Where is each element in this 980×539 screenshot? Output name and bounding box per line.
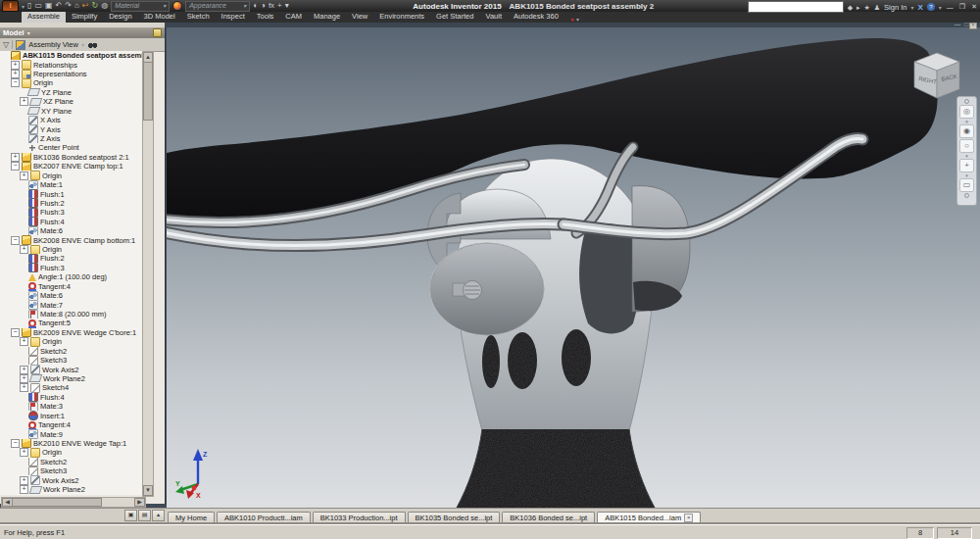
ribbon-tab-autodesk-360[interactable]: Autodesk 360 [508, 11, 564, 23]
collapse-minus-icon[interactable]: − [11, 236, 20, 245]
restore-button[interactable]: ❐ [958, 3, 966, 11]
tree-item[interactable]: +Origin [0, 245, 144, 254]
window-cascade-icon[interactable]: ▣ [124, 510, 137, 521]
appearance-dropdown[interactable]: Appearance▾ [185, 1, 250, 12]
send-icon[interactable]: ▸ [857, 3, 860, 12]
tree-item[interactable]: Z Axis [0, 134, 144, 143]
web-icon[interactable]: ◍ [101, 1, 108, 11]
update-icon[interactable]: ↻ [92, 1, 99, 11]
redo-icon[interactable]: ↷ [65, 1, 72, 11]
tree-item[interactable]: Flush:2 [0, 254, 144, 263]
tree-item[interactable]: Sketch2 [0, 458, 144, 466]
pan-icon-caret[interactable]: ▾ [965, 173, 968, 177]
tree-item[interactable]: +Origin [0, 448, 144, 457]
favorites-star-icon[interactable]: ★ [864, 3, 870, 12]
tree-item[interactable]: +Origin [0, 171, 144, 179]
tree-item[interactable]: Sketch3 [0, 466, 144, 475]
help-caret-icon[interactable]: ▾ [939, 4, 942, 11]
expand-plus-icon[interactable]: + [20, 374, 28, 383]
tree-item[interactable]: +Work Axis2 [0, 475, 144, 484]
tree-item[interactable]: +Origin [0, 337, 144, 346]
ribbon-tab-3d-model[interactable]: 3D Model [138, 11, 181, 23]
browser-title-caret-icon[interactable]: ▾ [27, 29, 30, 36]
browser-header[interactable]: Model ▾ [0, 27, 165, 38]
tree-item[interactable]: Flush:4 [0, 218, 144, 226]
doc-tab-bk1036-bonded-se-ipt[interactable]: BK1036 Bonded se...ipt [502, 512, 595, 523]
tree-item[interactable]: +Work Plane2 [0, 485, 144, 494]
ribbon-tab-design[interactable]: Design [103, 11, 137, 23]
tree-item[interactable]: Tangent:5 [0, 318, 144, 327]
doc-tab-bk1035-bonded-se-ipt[interactable]: BK1035 Bonded se...ipt [408, 512, 501, 523]
pin-icon[interactable] [153, 28, 162, 37]
tree-item[interactable]: YZ Plane [0, 88, 144, 97]
navigation-bar[interactable]: ◎▾◉○▾+▾▭ [956, 96, 977, 206]
open-icon[interactable]: ▭ [34, 1, 42, 11]
tree-item[interactable]: Sketch2 [0, 347, 144, 356]
expand-plus-icon[interactable]: + [20, 366, 28, 374]
tree-item[interactable]: Tangent:4 [0, 282, 144, 291]
overflow-caret-icon[interactable]: ▾ [285, 1, 289, 11]
tree-item[interactable]: Flush:1 [0, 189, 144, 198]
tree-item[interactable]: Y Axis [0, 124, 144, 133]
sign-in-button[interactable]: Sign In [884, 3, 906, 12]
tree-item[interactable]: ABK1015 Bonded seatpost assemb [0, 51, 144, 60]
tree-item[interactable]: Mate:6 [0, 291, 144, 300]
collapse-minus-icon[interactable]: − [11, 78, 20, 87]
expand-plus-icon[interactable]: + [11, 70, 20, 78]
assembly-view-label[interactable]: Assembly View [28, 40, 78, 49]
zoom-icon[interactable]: ○ [959, 139, 974, 153]
logo-caret-icon[interactable]: ▾ [22, 3, 24, 10]
help-search-input[interactable] [748, 1, 844, 13]
tree-item[interactable]: Mate:3 [0, 402, 144, 411]
tree-item[interactable]: Mate:7 [0, 300, 144, 309]
record-caret-icon[interactable]: ▾ [576, 16, 579, 23]
expand-plus-icon[interactable]: + [20, 448, 28, 457]
tree-item[interactable]: X Axis [0, 116, 144, 124]
tree-item[interactable]: Flush:2 [0, 199, 144, 208]
tree-item[interactable]: Flush:4 [0, 393, 144, 402]
ribbon-tab-get-started[interactable]: Get Started [430, 11, 479, 23]
tree-item[interactable]: +Relationships [0, 60, 144, 69]
3d-model-canvas[interactable] [167, 27, 980, 508]
person-icon[interactable]: ♟ [874, 3, 880, 12]
ribbon-tab-assemble[interactable]: Assemble [22, 11, 66, 23]
tree-item[interactable]: −BK2010 ENVE Wedge Tap:1 [0, 439, 144, 448]
search-binoculars-icon[interactable] [87, 41, 98, 49]
tree-item[interactable]: Tangent:4 [0, 420, 144, 429]
tree-item[interactable]: Center Point [0, 143, 144, 152]
expand-plus-icon[interactable]: + [20, 383, 28, 392]
tree-item[interactable]: −Origin [0, 78, 144, 87]
doc-tab-abk1015-bonded-iam[interactable]: ABK1015 Bonded...iam× [597, 512, 701, 523]
material-dropdown[interactable]: Material▾ [111, 1, 170, 12]
scroll-down-icon[interactable]: ▼ [143, 485, 153, 496]
ribbon-tab-vault[interactable]: Vault [479, 11, 508, 23]
tree-item[interactable]: −BK2008 ENVE Clamp bottom:1 [0, 235, 144, 244]
collapse-minus-icon[interactable]: − [11, 328, 20, 337]
expand-plus-icon[interactable]: + [20, 337, 28, 346]
tree-item[interactable]: Mate:6 [0, 226, 144, 235]
tree-item[interactable]: Mate:1 [0, 180, 144, 189]
tree-item[interactable]: +Sketch4 [0, 383, 144, 392]
zoom-icon-caret[interactable]: ▾ [965, 154, 968, 158]
browser-horizontal-scrollbar[interactable]: ◀ ▶ [1, 497, 146, 508]
expand-plus-icon[interactable]: + [11, 153, 20, 162]
ribbon-tab-cam[interactable]: CAM [279, 11, 308, 23]
look-at-icon[interactable]: ▭ [959, 178, 974, 192]
scroll-right-icon[interactable]: ▶ [134, 498, 145, 507]
sign-in-caret-icon[interactable]: ▾ [910, 4, 913, 11]
pan-icon[interactable]: + [959, 159, 974, 172]
expand-plus-icon[interactable]: + [20, 245, 28, 254]
tree-item[interactable]: XY Plane [0, 107, 144, 116]
tab-close-icon[interactable]: × [684, 514, 693, 522]
ribbon-tab-manage[interactable]: Manage [308, 11, 346, 23]
filter-icon[interactable]: ▽ [3, 40, 9, 50]
inventor-logo[interactable]: I [2, 0, 19, 12]
tree-item[interactable]: +XZ Plane [0, 97, 144, 106]
key-icon[interactable]: ◆ [848, 3, 853, 12]
doc-tab-abk1010-producti-iam[interactable]: ABK1010 Producti...iam [217, 512, 311, 523]
doc-tab-my-home[interactable]: My Home [168, 512, 215, 523]
expand-plus-icon[interactable]: + [20, 485, 28, 494]
orbit-icon[interactable]: ◉ [959, 124, 974, 138]
tree-item[interactable]: Angle:1 (100.00 deg) [0, 272, 144, 281]
home-icon[interactable]: ⌂ [74, 1, 79, 11]
